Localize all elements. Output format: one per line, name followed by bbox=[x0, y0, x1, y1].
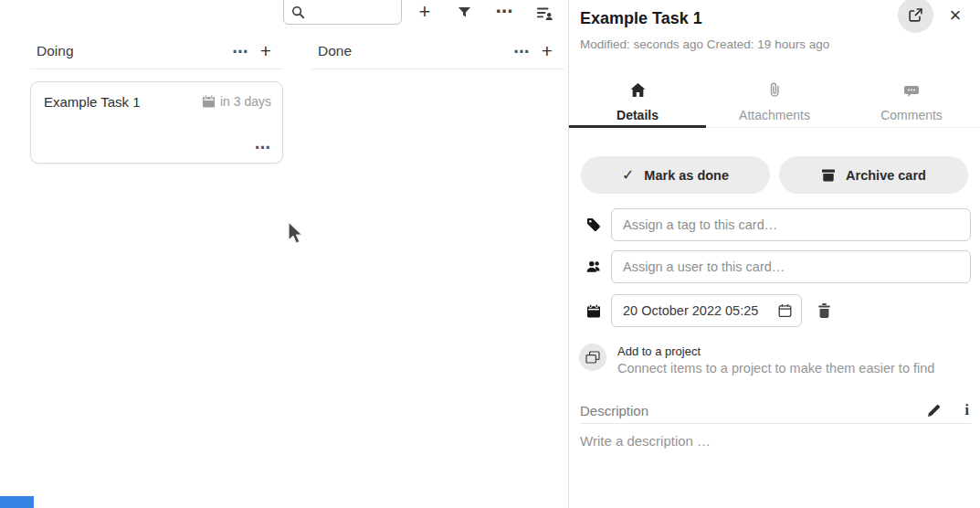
open-calendar-button[interactable] bbox=[777, 303, 793, 318]
column-header: Done ⋯ + bbox=[311, 37, 564, 66]
assignee-list-icon bbox=[537, 6, 553, 20]
accent-corner-bar bbox=[0, 496, 34, 508]
funnel-icon bbox=[458, 6, 471, 19]
add-card-button[interactable]: + bbox=[535, 40, 559, 62]
due-date-row: 20 October 2022 05:25 bbox=[586, 294, 971, 327]
due-date-value: 20 October 2022 05:25 bbox=[623, 303, 758, 318]
check-icon: ✓ bbox=[622, 166, 634, 184]
board-menu-button[interactable]: ⋯ bbox=[493, 0, 515, 22]
external-link-icon bbox=[908, 7, 923, 23]
due-date-field[interactable]: 20 October 2022 05:25 bbox=[611, 294, 802, 327]
card-menu-button[interactable]: ⋯ bbox=[255, 138, 270, 157]
description-placeholder[interactable]: Write a description … bbox=[580, 433, 711, 449]
edit-description-button[interactable] bbox=[927, 404, 941, 418]
chat-bubble-icon bbox=[904, 82, 919, 98]
task-card[interactable]: Example Task 1 in 3 days ⋯ bbox=[30, 81, 283, 164]
calendar-outline-icon bbox=[777, 303, 793, 318]
pencil-icon bbox=[927, 404, 941, 418]
project-title: Add to a project bbox=[617, 344, 934, 358]
search-input[interactable] bbox=[311, 5, 393, 19]
remove-due-date-button[interactable] bbox=[817, 303, 831, 318]
tab-comments[interactable]: Comments bbox=[843, 77, 980, 127]
card-actions: ✓ Mark as done Archive card bbox=[581, 156, 968, 194]
app-window: + ⋯ Doing ⋯ + Example Task bbox=[0, 0, 980, 508]
description-info-button[interactable]: i bbox=[965, 402, 969, 418]
users-icon bbox=[586, 260, 602, 273]
column-divider bbox=[30, 69, 283, 69]
add-button[interactable]: + bbox=[414, 1, 436, 23]
column-doing: Doing ⋯ + Example Task 1 in 3 days bbox=[30, 37, 283, 164]
add-to-project-row[interactable]: Add to a project Connect items to a proj… bbox=[579, 344, 934, 376]
archive-card-button[interactable]: Archive card bbox=[779, 156, 968, 194]
archive-icon bbox=[821, 168, 836, 182]
column-divider bbox=[311, 69, 564, 69]
add-card-button[interactable]: + bbox=[254, 40, 278, 62]
column-menu-button[interactable]: ⋯ bbox=[227, 42, 254, 61]
tab-details[interactable]: Details bbox=[569, 77, 706, 127]
tab-label: Comments bbox=[880, 108, 943, 122]
description-divider bbox=[580, 423, 971, 424]
column-title: Doing bbox=[37, 43, 227, 59]
trash-icon bbox=[817, 303, 831, 318]
description-label: Description bbox=[580, 403, 927, 418]
tab-bar: Details Attachments Comments bbox=[569, 77, 980, 128]
calendar-icon bbox=[202, 95, 216, 108]
tag-icon bbox=[586, 217, 602, 232]
open-in-window-button[interactable] bbox=[898, 0, 933, 33]
description-header: Description i bbox=[580, 402, 969, 418]
tag-row bbox=[586, 208, 971, 241]
card-title: Example Task 1 bbox=[44, 94, 141, 110]
filter-button[interactable] bbox=[453, 2, 475, 24]
page-title: Example Task 1 bbox=[580, 9, 702, 28]
column-title: Done bbox=[318, 43, 508, 59]
column-header: Doing ⋯ + bbox=[30, 37, 283, 66]
board-columns: Doing ⋯ + Example Task 1 in 3 days bbox=[30, 37, 564, 164]
home-icon bbox=[630, 82, 646, 98]
kanban-board: + ⋯ Doing ⋯ + Example Task bbox=[0, 0, 568, 508]
card-due-date: in 3 days bbox=[202, 94, 271, 109]
tab-attachments[interactable]: Attachments bbox=[706, 77, 843, 127]
column-done: Done ⋯ + bbox=[311, 37, 564, 164]
column-menu-button[interactable]: ⋯ bbox=[508, 42, 535, 61]
close-button[interactable]: × bbox=[942, 2, 969, 29]
tab-label: Details bbox=[616, 108, 659, 122]
modified-created-meta: Modified: seconds ago Created: 19 hours … bbox=[580, 37, 829, 51]
user-row bbox=[586, 250, 971, 283]
search-icon bbox=[291, 5, 305, 19]
task-detail-panel: Example Task 1 Modified: seconds ago Cre… bbox=[569, 0, 980, 508]
assignee-view-button[interactable] bbox=[533, 2, 555, 24]
mouse-cursor bbox=[287, 221, 306, 247]
search-box[interactable] bbox=[283, 0, 402, 25]
assign-user-input[interactable] bbox=[611, 250, 971, 283]
assign-tag-input[interactable] bbox=[611, 208, 971, 241]
project-subtitle: Connect items to a project to make them … bbox=[617, 361, 934, 376]
calendar-icon bbox=[586, 304, 602, 318]
project-icon bbox=[579, 344, 606, 371]
mark-as-done-button[interactable]: ✓ Mark as done bbox=[581, 156, 770, 194]
tab-label: Attachments bbox=[739, 108, 810, 122]
paperclip-icon bbox=[769, 82, 780, 98]
